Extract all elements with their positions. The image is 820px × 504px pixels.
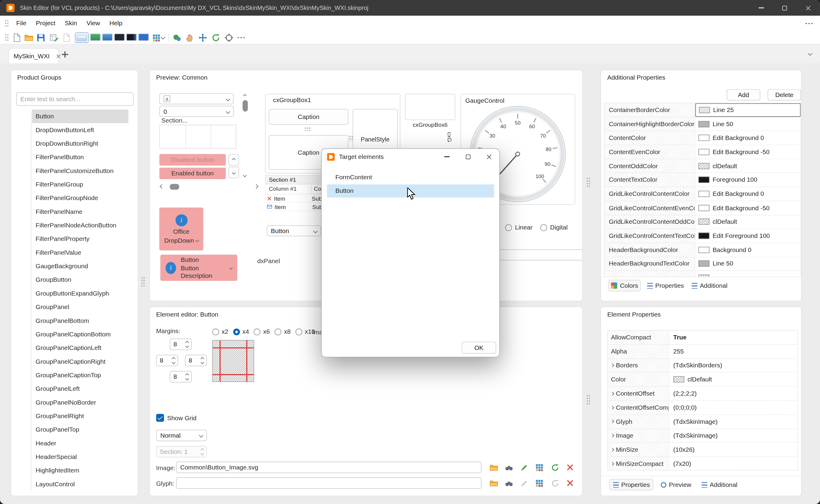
- property-value-cell[interactable]: Edit Background 0: [695, 131, 801, 145]
- state-combobox[interactable]: Normal: [156, 430, 207, 441]
- property-value-cell[interactable]: Line 50: [695, 117, 801, 131]
- disabled-button-sample[interactable]: Disabled button: [159, 154, 226, 165]
- property-row[interactable]: GridLikeControlContentColor Edit Backgro…: [605, 187, 800, 201]
- bottom-tab[interactable]: Additional: [698, 479, 740, 490]
- dialog-title-bar[interactable]: Target elements: [322, 149, 499, 164]
- margin-right-spinner[interactable]: 8: [185, 355, 207, 366]
- sample-grid[interactable]: [159, 125, 236, 149]
- spin-up-button[interactable]: [229, 154, 239, 165]
- property-row[interactable]: Alpha 255: [608, 345, 797, 359]
- enabled-button-sample[interactable]: Enabled button: [159, 168, 226, 179]
- skin-swatch-green[interactable]: [90, 34, 101, 41]
- property-row[interactable]: HeaderBackgroundColor Background 0: [605, 243, 800, 257]
- tab-list-dropdown-icon[interactable]: [808, 51, 812, 56]
- property-row[interactable]: GridLikeControlContentOddColor clDefault: [605, 215, 800, 229]
- product-group-item[interactable]: DropDownButtonLeft: [32, 123, 128, 137]
- down-icon[interactable]: [172, 360, 175, 364]
- tab-myskin-wxi[interactable]: MySkin_WXI: [8, 48, 59, 63]
- property-value-cell[interactable]: Edit Foreground 100: [695, 229, 801, 243]
- up-icon[interactable]: [185, 373, 189, 377]
- scroll-up-icon[interactable]: [243, 94, 247, 98]
- product-group-item[interactable]: FilterPanelCustomizeButton: [32, 164, 128, 178]
- property-value-cell[interactable]: True: [669, 331, 797, 344]
- property-row[interactable]: Color clDefault: [608, 373, 797, 387]
- property-value-cell[interactable]: Foreground 100: [695, 173, 801, 187]
- expand-icon[interactable]: [610, 406, 614, 409]
- product-group-item[interactable]: HeaderSpecial: [32, 450, 128, 463]
- show-grid-checkbox[interactable]: [156, 414, 164, 422]
- column-header[interactable]: Column #1: [266, 186, 312, 194]
- property-value-cell[interactable]: Background 0: [695, 243, 801, 257]
- property-row[interactable]: ContentTextColor Foreground 100: [605, 173, 800, 187]
- drag-grip[interactable]: [349, 135, 353, 141]
- dialog-minimize-button[interactable]: [436, 149, 457, 164]
- product-group-item[interactable]: GroupPanelNoBorder: [32, 396, 128, 409]
- maximize-button[interactable]: [773, 0, 796, 16]
- property-value-cell[interactable]: Edit Background -50: [695, 145, 801, 159]
- bottom-tab[interactable]: Properties: [645, 280, 686, 291]
- property-row[interactable]: ContentColor Edit Background 0: [605, 131, 800, 145]
- property-row[interactable]: HeaderBackgroundTextColor Line 50: [605, 257, 800, 271]
- menu-overflow-icon[interactable]: [805, 22, 812, 24]
- close-button[interactable]: [796, 0, 820, 16]
- product-group-item[interactable]: FilterPanelNodeActionButton: [32, 218, 128, 232]
- up-icon[interactable]: [185, 341, 189, 344]
- zoom-radio[interactable]: x6: [254, 328, 270, 335]
- product-group-item[interactable]: GroupPanelCaptionBottom: [32, 327, 128, 341]
- image-open-button[interactable]: [488, 462, 499, 473]
- property-row[interactable]: GridLikeControlContentTextColor Edit For…: [605, 229, 800, 243]
- property-value-cell[interactable]: (7x20): [669, 457, 797, 470]
- add-button[interactable]: Add: [727, 89, 760, 101]
- index-combobox[interactable]: 0: [159, 106, 234, 117]
- skin-swatch-blue[interactable]: [102, 34, 113, 41]
- product-group-item[interactable]: DropDownButtonRight: [32, 137, 128, 150]
- glyph-refresh-button[interactable]: [550, 478, 560, 488]
- menu-item[interactable]: View: [82, 16, 105, 31]
- property-value-cell[interactable]: Edit Background 0: [695, 187, 801, 201]
- margin-bottom-spinner[interactable]: 8: [170, 371, 192, 382]
- image-clear-button[interactable]: [565, 462, 575, 473]
- image-refresh-button[interactable]: [550, 462, 560, 473]
- groupbox6-box[interactable]: [405, 94, 455, 120]
- scroll-left-icon[interactable]: [160, 184, 164, 189]
- scrollbar-thumb[interactable]: [243, 100, 248, 111]
- property-row[interactable]: [605, 271, 800, 277]
- linear-radio[interactable]: Linear: [505, 224, 533, 231]
- delete-button[interactable]: Delete: [768, 89, 801, 101]
- property-value-cell[interactable]: clDefault: [695, 215, 801, 229]
- product-group-item[interactable]: GroupPanelBottom: [32, 314, 128, 327]
- property-row[interactable]: Image (TdxSkinImage): [608, 429, 797, 443]
- digital-radio[interactable]: Digital: [540, 224, 567, 231]
- property-value-cell[interactable]: clDefault: [695, 159, 801, 173]
- caption-button-sample[interactable]: Caption: [269, 109, 348, 125]
- refresh-button[interactable]: [211, 32, 221, 43]
- scroll-down-icon[interactable]: [243, 174, 247, 177]
- section-spinner[interactable]: Section: 1: [156, 446, 207, 457]
- image-path-input[interactable]: [176, 462, 481, 473]
- image-combobox[interactable]: a: [159, 93, 234, 105]
- expand-icon[interactable]: [610, 434, 614, 437]
- product-group-item[interactable]: GroupPanelCaptionTop: [32, 368, 128, 382]
- skin-swatch-darkblue[interactable]: [126, 34, 137, 41]
- property-row[interactable]: ContentOffset (2;2;2;2): [608, 387, 797, 401]
- move-button[interactable]: [198, 32, 208, 43]
- glyph-palette-button[interactable]: [534, 478, 545, 488]
- property-row[interactable]: MinSizeCompact (7x20): [608, 457, 797, 470]
- product-group-item[interactable]: FilterPanelGroup: [32, 178, 128, 191]
- product-group-item[interactable]: Header: [32, 436, 128, 450]
- property-row[interactable]: AllowCompact True: [608, 331, 797, 345]
- palette-dropdown-icon[interactable]: [161, 35, 165, 39]
- target-element-item[interactable]: FormContent: [327, 171, 494, 184]
- save-button[interactable]: [36, 32, 46, 43]
- margin-left-spinner[interactable]: 8: [156, 355, 178, 366]
- glyph-find-button[interactable]: [503, 478, 514, 488]
- property-value-cell[interactable]: (TdxSkinImage): [669, 415, 797, 428]
- hscroll-thumb[interactable]: [170, 184, 179, 190]
- splitter-grip[interactable]: [141, 277, 145, 287]
- bottom-tab[interactable]: Preview: [658, 479, 694, 490]
- product-group-item[interactable]: GroupButtonExpandGlyph: [32, 287, 128, 300]
- button-combobox[interactable]: Button: [267, 225, 321, 236]
- pan-button[interactable]: [184, 32, 195, 43]
- property-row[interactable]: ContentEvenColor Edit Background -50: [605, 145, 800, 159]
- bottom-tab[interactable]: Colors: [608, 280, 641, 291]
